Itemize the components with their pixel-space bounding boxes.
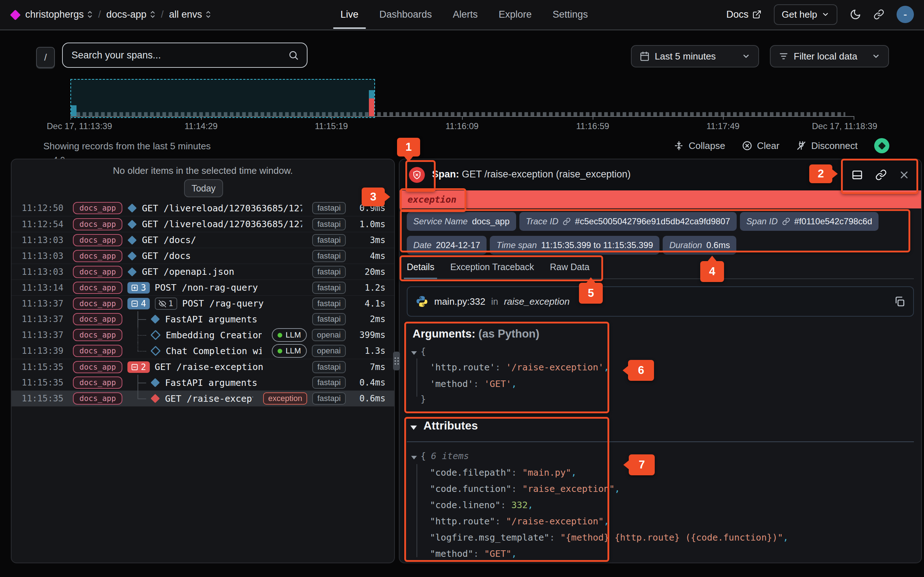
- span-name: FastAPI arguments: [165, 377, 257, 388]
- get-help-button[interactable]: Get help: [774, 4, 837, 25]
- x-axis-tick: [462, 117, 463, 120]
- code-function: raise_exception: [504, 296, 570, 307]
- filter-local-data-button[interactable]: Filter local data: [770, 45, 889, 68]
- framework-badge: fastapi: [312, 377, 346, 389]
- framework-badge: fastapi: [312, 266, 346, 278]
- hidden-spans-badge[interactable]: 1: [155, 298, 177, 310]
- filter-icon: [779, 51, 789, 61]
- span-row[interactable]: 11:12:54 docs_app GET /livereload/127036…: [11, 216, 394, 232]
- span-duration: 0.4ms: [351, 377, 386, 388]
- x-tick-label: Dec 17, 11:18:39: [812, 121, 877, 131]
- get-help-label: Get help: [782, 9, 817, 20]
- span-duration: 1.3s: [351, 346, 386, 356]
- tree-connector: [131, 343, 145, 359]
- clear-button[interactable]: Clear: [742, 140, 779, 152]
- user-avatar[interactable]: -: [897, 6, 914, 23]
- span-row[interactable]: 11:13:03 docs_app GET /openapi.json fast…: [11, 264, 394, 279]
- collapse-count-badge-error[interactable]: 2: [128, 361, 149, 373]
- breadcrumb-env-label: all envs: [169, 9, 202, 20]
- service-badge: docs_app: [73, 313, 122, 325]
- search-box: [62, 43, 307, 68]
- share-link-icon[interactable]: [874, 9, 884, 20]
- external-link-icon: [752, 10, 762, 19]
- collapse-label: Collapse: [689, 140, 725, 152]
- span-row[interactable]: 11:15:35 docs_app 2 GET /raise-exception…: [11, 359, 394, 375]
- span-name: GET /raise-exception …: [165, 393, 253, 404]
- span-row[interactable]: 11:13:37 docs_app FastAPI arguments fast…: [11, 311, 394, 327]
- tab-explore[interactable]: Explore: [499, 0, 532, 29]
- span-time: 11:13:37: [22, 314, 68, 324]
- span-row[interactable]: 11:13:14 docs_app 3 POST /non-rag-query …: [11, 279, 394, 295]
- top-navbar: christophergs / docs-app / all envs Live…: [0, 0, 924, 30]
- span-row[interactable]: 11:13:37 docs_app Embedding Creation wit…: [11, 327, 394, 343]
- span-count-bar: [71, 105, 76, 116]
- service-badge: docs_app: [73, 298, 122, 310]
- collapse-count-badge[interactable]: 4: [128, 298, 149, 309]
- annotation-label-2: 2: [809, 164, 832, 183]
- x-axis-tick: [201, 117, 202, 120]
- framework-badge: fastapi: [312, 282, 346, 294]
- service-badge: docs_app: [73, 329, 122, 341]
- span-name: GET /livereload/1270363685/1270…: [142, 203, 302, 213]
- tab-alerts[interactable]: Alerts: [452, 0, 478, 29]
- tab-dashboards[interactable]: Dashboards: [380, 0, 432, 29]
- span-name: POST /non-rag-query: [155, 282, 258, 293]
- theme-toggle-moon-icon[interactable]: [850, 9, 861, 20]
- navbar-right: Docs Get help -: [726, 0, 914, 29]
- breadcrumb-org[interactable]: christophergs: [25, 9, 93, 20]
- logfire-logo-icon[interactable]: [10, 10, 21, 21]
- annotation-box-2: [841, 159, 918, 194]
- span-time: 11:13:03: [22, 251, 68, 261]
- span-diamond-icon: [128, 251, 136, 260]
- breadcrumb-project[interactable]: docs-app: [107, 9, 155, 20]
- search-shortcut-key: /: [36, 47, 55, 68]
- docs-link[interactable]: Docs: [726, 9, 762, 20]
- sort-chevrons-icon: [150, 11, 155, 18]
- tree-connector: [131, 311, 145, 327]
- breadcrumb-project-label: docs-app: [107, 9, 147, 20]
- breadcrumb-separator: /: [98, 9, 101, 20]
- span-duration: 4.1s: [351, 298, 386, 309]
- span-row-selected[interactable]: 11:15:35 docs_app GET /raise-exception ……: [11, 390, 394, 406]
- span-duration: 20ms: [351, 267, 386, 277]
- annotation-box-7: [404, 417, 609, 562]
- span-name: Chat Completion with '…: [166, 346, 262, 356]
- tab-live[interactable]: Live: [340, 0, 359, 29]
- service-badge: docs_app: [73, 282, 122, 294]
- python-icon: [415, 295, 428, 308]
- framework-badge: fastapi: [312, 298, 346, 310]
- chevron-down-icon: [822, 10, 829, 18]
- span-time: 11:13:37: [22, 298, 68, 309]
- span-time: 11:13:03: [22, 235, 68, 245]
- span-time: 11:13:03: [22, 267, 68, 277]
- span-name: GET /raise-exception: [155, 362, 263, 372]
- tree-connector: [131, 390, 145, 406]
- copy-icon[interactable]: [894, 296, 905, 307]
- span-row[interactable]: 11:13:37 docs_app 4 1 POST /rag-query fa…: [11, 295, 394, 311]
- tab-settings[interactable]: Settings: [552, 0, 588, 29]
- service-badge: docs_app: [73, 361, 122, 373]
- list-actions: Collapse Clear Disconnect: [674, 138, 889, 153]
- span-row[interactable]: 11:15:35 docs_app FastAPI arguments fast…: [11, 375, 394, 390]
- span-diamond-icon: [150, 314, 160, 324]
- collapse-button[interactable]: Collapse: [674, 140, 725, 152]
- today-button[interactable]: Today: [184, 179, 223, 197]
- annotation-box-5: [399, 255, 603, 281]
- time-range-button[interactable]: Last 5 minutes: [631, 45, 759, 68]
- service-badge: docs_app: [73, 218, 122, 230]
- chart-selection-brush[interactable]: [70, 79, 375, 118]
- chevron-down-icon: [872, 52, 880, 61]
- span-row[interactable]: 11:13:39 docs_app Chat Completion with '…: [11, 343, 394, 359]
- expand-count-badge[interactable]: 3: [128, 282, 149, 293]
- breadcrumb-env[interactable]: all envs: [169, 9, 211, 20]
- span-diamond-icon: [128, 267, 136, 276]
- span-row[interactable]: 11:13:03 docs_app GET /docs/ fastapi 3ms: [11, 232, 394, 248]
- search-input[interactable]: [71, 49, 283, 61]
- panel-resize-handle[interactable]: [393, 351, 400, 371]
- span-row[interactable]: 11:13:03 docs_app GET /docs fastapi 4ms: [11, 248, 394, 264]
- live-indicator[interactable]: [874, 138, 889, 153]
- disconnect-button[interactable]: Disconnect: [796, 140, 858, 152]
- span-row[interactable]: 11:12:50 docs_app GET /livereload/127036…: [11, 200, 394, 216]
- no-older-items-notice: No older items in the selected time wind…: [11, 165, 394, 176]
- annotation-label-3: 3: [362, 187, 385, 206]
